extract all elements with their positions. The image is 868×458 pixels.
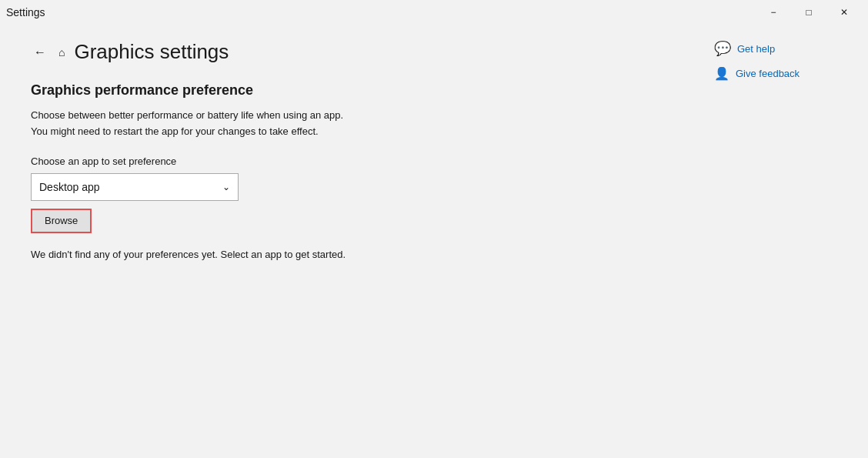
feedback-icon: 👤 <box>714 66 729 81</box>
give-feedback-label: Give feedback <box>736 68 800 79</box>
section-title: Graphics performance preference <box>31 82 668 99</box>
close-button[interactable]: ✕ <box>826 0 862 25</box>
desc-line-1: Choose between better performance or bat… <box>31 108 668 124</box>
browse-button[interactable]: Browse <box>31 209 92 233</box>
back-arrow-icon: ← <box>34 45 46 59</box>
title-bar-left: Settings <box>6 6 45 18</box>
get-help-label: Get help <box>737 43 775 55</box>
page-title: Graphics settings <box>74 40 229 64</box>
chevron-down-icon: ⌄ <box>222 182 230 192</box>
dropdown-selected-value: Desktop app <box>39 181 100 193</box>
title-bar: Settings − □ ✕ <box>0 0 868 25</box>
sidebar-right: 💬 Get help 👤 Give feedback <box>699 25 868 458</box>
get-help-link[interactable]: 💬 Get help <box>714 40 853 57</box>
title-bar-title: Settings <box>6 6 45 18</box>
minimize-button[interactable]: − <box>756 0 791 25</box>
desc-line-2: You might need to restart the app for yo… <box>31 124 668 140</box>
content-area: ← ⌂ Graphics settings Graphics performan… <box>0 25 868 458</box>
back-button[interactable]: ← <box>31 42 49 62</box>
main-content: ← ⌂ Graphics settings Graphics performan… <box>0 25 699 458</box>
no-preferences-text: We didn't find any of your preferences y… <box>31 249 668 260</box>
app-type-dropdown[interactable]: Desktop app ⌄ <box>31 173 239 201</box>
dropdown-label: Choose an app to set preference <box>31 155 668 167</box>
help-icon: 💬 <box>714 40 731 57</box>
page-header: ← ⌂ Graphics settings <box>31 40 668 64</box>
title-bar-controls: − □ ✕ <box>756 0 862 25</box>
maximize-button[interactable]: □ <box>791 0 826 25</box>
give-feedback-link[interactable]: 👤 Give feedback <box>714 66 853 81</box>
section-description: Choose between better performance or bat… <box>31 108 668 140</box>
home-icon: ⌂ <box>58 46 65 59</box>
